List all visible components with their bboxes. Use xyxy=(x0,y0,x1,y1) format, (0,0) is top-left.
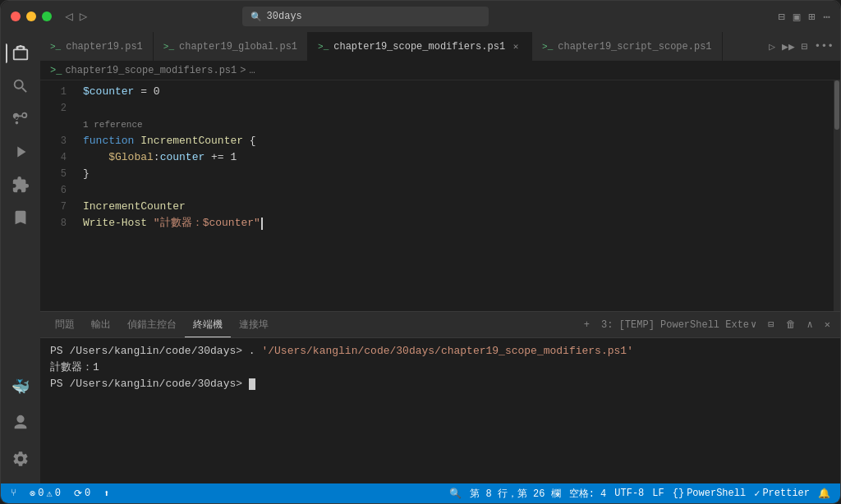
forward-button[interactable]: ▷ xyxy=(80,8,88,25)
tab-label: chapter19_scope_modifiers.ps1 xyxy=(333,41,505,53)
errors-item[interactable]: ⊗ 0 ⚠ 0 xyxy=(26,483,64,503)
checkmark-icon: ✓ xyxy=(754,488,760,500)
back-button[interactable]: ◁ xyxy=(65,8,73,25)
eol-item[interactable]: LF xyxy=(649,483,667,503)
token: IncrementCounter xyxy=(83,199,186,215)
encoding-text: UTF-8 xyxy=(614,488,644,499)
line-num-4: 4 xyxy=(40,149,67,166)
terminal-line-2: 計數器：1 xyxy=(50,360,830,376)
token: IncrementCounter xyxy=(140,133,243,149)
editor-area: >_ chapter19.ps1 >_ chapter19_global.ps1… xyxy=(40,32,840,483)
encoding-item[interactable]: UTF-8 xyxy=(611,483,647,503)
tab-chapter19-script[interactable]: >_ chapter19_script_scope.ps1 xyxy=(532,32,722,61)
bookmarks-icon[interactable] xyxy=(6,203,35,232)
breadcrumb: >_ chapter19_scope_modifiers.ps1 > … xyxy=(40,61,840,80)
line-col-item[interactable]: 第 8 行，第 26 欄 xyxy=(466,483,563,503)
tab-chapter19-scope[interactable]: >_ chapter19_scope_modifiers.ps1 ✕ xyxy=(308,32,532,61)
tab-chapter19-global[interactable]: >_ chapter19_global.ps1 xyxy=(154,32,308,61)
tab-prefix: >_ xyxy=(50,42,61,52)
error-count: 0 xyxy=(38,488,44,499)
files-icon[interactable] xyxy=(6,39,35,68)
line-num-7: 7 xyxy=(40,199,67,215)
chevron-down-icon: ∨ xyxy=(751,318,756,331)
token: function xyxy=(83,133,134,149)
reference-hint: 1 reference xyxy=(83,117,834,133)
search-zoom-icon[interactable]: 🔍 xyxy=(446,483,465,503)
publish-icon-item[interactable]: ⬆ xyxy=(100,483,113,503)
settings-icon[interactable] xyxy=(6,444,35,474)
run-all-icon[interactable]: ▶▶ xyxy=(782,40,795,53)
language-text: PowerShell xyxy=(687,488,746,499)
terminal-dropdown-button[interactable]: 3: [TEMP] PowerShell Exte ∨ xyxy=(598,317,760,332)
code-content[interactable]: $counter = 0 1 reference function Increm… xyxy=(73,80,834,311)
terminal-trash-icon[interactable]: 🗑 xyxy=(783,317,799,332)
scrollbar[interactable] xyxy=(834,80,840,311)
maximize-panel-icon[interactable]: ∧ xyxy=(804,317,816,332)
line-col-text: 第 8 行，第 26 欄 xyxy=(470,487,560,501)
line-num-8: 8 xyxy=(40,215,67,231)
scrollbar-thumb xyxy=(834,80,839,130)
run-file-icon[interactable]: ▷ xyxy=(769,40,775,53)
line-num-6: 6 xyxy=(40,182,67,199)
activity-bar: 🐳 xyxy=(1,32,40,483)
breadcrumb-file: chapter19_scope_modifiers.ps1 xyxy=(65,65,237,76)
layout-icon[interactable]: ⊟ xyxy=(778,10,784,24)
split-icon[interactable]: ⊞ xyxy=(808,10,815,24)
close-button[interactable] xyxy=(11,11,21,21)
token: } xyxy=(83,166,90,182)
publish-icon: ⬆ xyxy=(103,488,109,500)
git-branch-item[interactable]: ⑂ xyxy=(7,483,20,503)
tab-chapter19[interactable]: >_ chapter19.ps1 xyxy=(40,32,154,61)
spaces-item[interactable]: 空格: 4 xyxy=(566,483,610,503)
warning-count: 0 xyxy=(55,488,61,499)
panel-tab-problems[interactable]: 問題 xyxy=(47,312,83,337)
token: $counter xyxy=(83,84,134,100)
more-tabs-icon[interactable]: ••• xyxy=(815,40,834,53)
panel-tab-debug[interactable]: 偵錯主控台 xyxy=(119,312,185,337)
close-panel-icon[interactable]: ✕ xyxy=(821,317,834,332)
sidebar-icon[interactable]: ▣ xyxy=(793,10,800,24)
extensions-icon[interactable] xyxy=(6,170,35,199)
sync-count: 0 xyxy=(85,488,90,499)
terminal-content[interactable]: PS /Users/kanglin/code/30days> . '/Users… xyxy=(40,338,840,483)
tab-label: chapter19_global.ps1 xyxy=(179,41,297,53)
sync-item[interactable]: ⟳ 0 xyxy=(71,483,94,503)
more-icon[interactable]: ⋯ xyxy=(824,10,830,24)
code-line-6 xyxy=(83,182,834,199)
main-area: 🐳 >_ chapter19.ps1 >_ chapter19_gl xyxy=(1,32,840,483)
token xyxy=(134,133,140,149)
split-terminal-icon[interactable]: ⊟ xyxy=(765,317,777,332)
tab-close-button[interactable]: ✕ xyxy=(510,41,522,53)
tab-label: chapter19_script_scope.ps1 xyxy=(558,41,711,53)
eol-text: LF xyxy=(652,488,664,499)
terminal-prompt: PS /Users/kanglin/code/30days> xyxy=(50,343,249,360)
code-line-3: function IncrementCounter { xyxy=(83,133,834,149)
activity-bottom: 🐳 xyxy=(6,372,35,477)
run-debug-icon[interactable] xyxy=(6,137,35,167)
docker-icon[interactable]: 🐳 xyxy=(6,372,35,401)
search-icon[interactable] xyxy=(6,71,35,101)
warning-icon: ⚠ xyxy=(46,488,52,500)
formatter-item[interactable]: ✓ Prettier xyxy=(751,483,813,503)
panel-tab-terminal[interactable]: 終端機 xyxy=(185,312,231,337)
account-icon[interactable] xyxy=(6,408,35,438)
spaces-text: 空格: 4 xyxy=(569,487,607,501)
line-numbers: 1 2 3 4 5 6 7 8 xyxy=(40,80,73,311)
search-bar[interactable]: 🔍 30days xyxy=(242,7,489,26)
minimize-button[interactable] xyxy=(26,11,36,21)
bell-icon: 🔔 xyxy=(818,488,830,500)
sync-icon: ⟳ xyxy=(74,488,82,500)
notification-item[interactable]: 🔔 xyxy=(815,483,834,503)
source-control-icon[interactable] xyxy=(6,104,35,134)
breadcrumb-sep: > xyxy=(240,65,246,76)
terminal-cursor xyxy=(249,378,255,390)
line-num-2: 2 xyxy=(40,100,67,117)
language-item[interactable]: {} PowerShell xyxy=(669,483,749,503)
panel-tabs: 問題 輸出 偵錯主控台 終端機 連接埠 + 3: [TEMP] PowerShe… xyxy=(40,312,840,338)
panel-tab-ports[interactable]: 連接埠 xyxy=(231,312,277,337)
new-terminal-button[interactable]: + xyxy=(581,318,593,332)
panel-tab-output[interactable]: 輸出 xyxy=(83,312,119,337)
split-editor-icon[interactable]: ⊟ xyxy=(802,40,808,53)
maximize-button[interactable] xyxy=(42,11,52,21)
token: { xyxy=(243,133,256,149)
